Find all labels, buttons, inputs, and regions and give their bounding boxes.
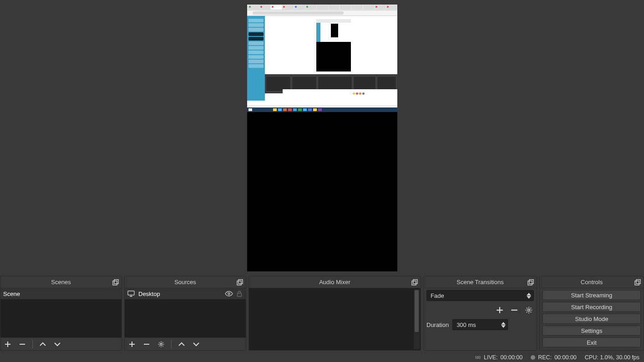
bottom-dock: Scenes Scene	[0, 276, 644, 353]
scene-transitions-panel: Scene Transitions Fade	[423, 276, 537, 351]
svg-rect-1	[114, 280, 118, 284]
move-down-icon[interactable]	[192, 340, 201, 349]
scenes-title: Scenes	[51, 279, 71, 286]
preview-area[interactable]	[0, 0, 644, 276]
remove-icon[interactable]	[18, 340, 27, 349]
popout-icon[interactable]	[527, 278, 535, 286]
svg-point-5	[228, 293, 230, 295]
svg-rect-6	[238, 293, 242, 296]
popout-icon[interactable]	[634, 278, 642, 286]
toolbar-separator	[32, 340, 33, 348]
add-icon[interactable]	[127, 340, 137, 349]
mixer-scrollbar[interactable]	[414, 289, 420, 349]
popout-icon[interactable]	[411, 278, 419, 286]
rec-label: REC:	[538, 354, 552, 361]
add-transition-icon[interactable]	[495, 305, 505, 315]
controls-body: Start Streaming Start Recording Studio M…	[540, 288, 644, 350]
status-cpu: CPU: 1.0%, 30.00 fps	[585, 354, 639, 361]
toolbar-separator	[171, 340, 172, 348]
status-bar: LIVE: 00:00:00 REC: 00:00:00 CPU: 1.0%, …	[0, 353, 644, 362]
svg-rect-8	[412, 281, 416, 285]
record-dot-icon	[531, 355, 535, 360]
duration-value: 300 ms	[456, 321, 476, 328]
sources-panel: Sources Desktop	[124, 276, 246, 351]
controls-panel: Controls Start Streaming Start Recording…	[539, 276, 644, 351]
svg-rect-2	[237, 281, 241, 285]
status-live: LIVE: 00:00:00	[475, 354, 522, 361]
settings-button[interactable]: Settings	[543, 326, 641, 336]
lock-toggle-icon[interactable]	[237, 291, 243, 297]
add-icon[interactable]	[3, 340, 12, 349]
visibility-toggle-icon[interactable]	[225, 291, 233, 296]
duration-input[interactable]: 300 ms	[452, 319, 508, 330]
sources-list[interactable]: Desktop	[125, 288, 246, 337]
audio-mixer-panel: Audio Mixer	[248, 276, 421, 351]
sources-title: Sources	[174, 279, 196, 286]
svg-rect-14	[636, 280, 640, 284]
mixer-title: Audio Mixer	[319, 279, 350, 286]
move-up-icon[interactable]	[177, 340, 186, 349]
transition-select[interactable]: Fade	[426, 290, 534, 301]
rec-time: 00:00:00	[554, 354, 577, 361]
controls-header: Controls	[540, 276, 644, 288]
svg-rect-4	[128, 291, 134, 295]
transitions-header: Scene Transitions	[424, 276, 537, 288]
move-down-icon[interactable]	[53, 340, 62, 349]
scenes-panel: Scenes Scene	[0, 276, 122, 351]
transitions-body: Fade	[424, 288, 537, 350]
sources-toolbar	[125, 337, 246, 350]
start-recording-button[interactable]: Start Recording	[543, 302, 641, 312]
mixer-body[interactable]	[249, 288, 421, 350]
svg-rect-11	[529, 280, 533, 284]
scenes-toolbar	[0, 337, 122, 350]
duration-label: Duration	[426, 321, 449, 328]
svg-rect-9	[413, 280, 417, 284]
sources-header: Sources	[125, 276, 246, 288]
svg-rect-13	[635, 281, 639, 285]
remove-icon[interactable]	[142, 340, 151, 349]
scene-name: Scene	[3, 291, 20, 297]
live-time: 00:00:00	[501, 354, 523, 361]
svg-rect-0	[113, 281, 117, 285]
preview-canvas[interactable]	[247, 5, 397, 271]
transition-settings-gear-icon[interactable]	[524, 305, 534, 315]
broadcast-icon	[475, 354, 481, 361]
remove-transition-icon[interactable]	[509, 305, 519, 315]
svg-rect-3	[238, 280, 243, 284]
source-item[interactable]: Desktop	[125, 288, 246, 299]
controls-title: Controls	[581, 279, 603, 286]
scenes-header: Scenes	[0, 276, 122, 288]
svg-point-12	[528, 309, 530, 311]
transitions-title: Scene Transitions	[456, 279, 503, 286]
select-caret-icon	[524, 291, 533, 301]
mock-captured-window	[247, 5, 397, 112]
svg-point-15	[477, 357, 479, 358]
move-up-icon[interactable]	[38, 340, 47, 349]
scenes-list[interactable]: Scene	[0, 288, 122, 337]
svg-point-7	[160, 343, 162, 345]
mixer-header: Audio Mixer	[249, 276, 421, 288]
scrollbar-thumb[interactable]	[415, 290, 419, 332]
studio-mode-button[interactable]: Studio Mode	[543, 314, 641, 324]
live-label: LIVE:	[484, 354, 498, 361]
status-rec: REC: 00:00:00	[531, 354, 577, 361]
scene-item[interactable]: Scene	[0, 288, 122, 299]
cpu-text: CPU: 1.0%, 30.00 fps	[585, 354, 639, 361]
source-name: Desktop	[138, 291, 160, 297]
display-capture-icon	[127, 291, 135, 297]
svg-rect-10	[528, 281, 532, 285]
popout-icon[interactable]	[112, 278, 120, 286]
spin-caret-icon[interactable]	[499, 320, 507, 330]
popout-icon[interactable]	[236, 278, 244, 286]
transition-selected: Fade	[431, 292, 444, 299]
exit-button[interactable]: Exit	[543, 337, 641, 347]
gear-icon[interactable]	[157, 340, 166, 349]
start-streaming-button[interactable]: Start Streaming	[543, 290, 641, 300]
